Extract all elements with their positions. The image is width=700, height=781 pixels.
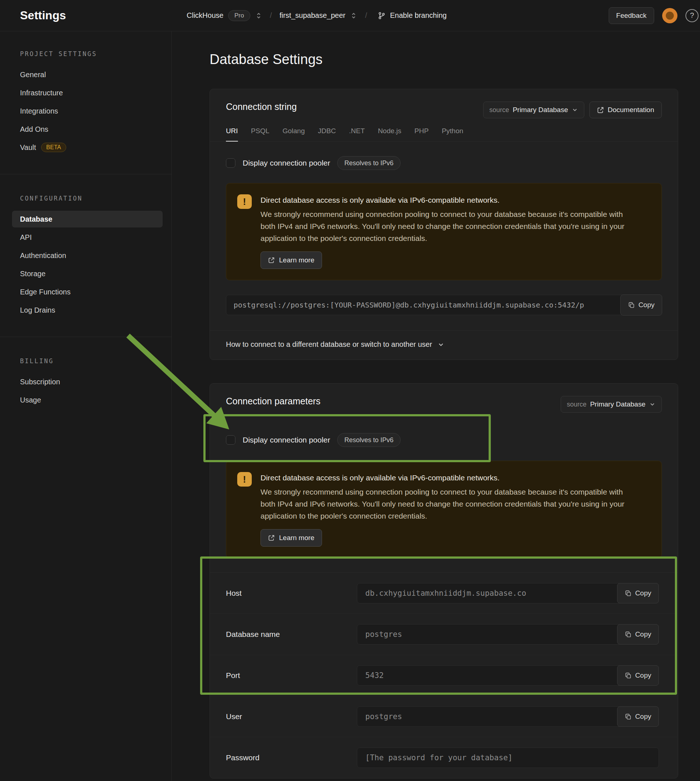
tab-python[interactable]: Python (442, 127, 463, 142)
main-content: Database Settings Connection string sour… (172, 31, 700, 781)
pooler-row: Display connection pooler Resolves to IP… (226, 433, 662, 447)
external-link-icon (597, 107, 604, 113)
connection-string-input[interactable]: postgresql://postgres:[YOUR-PASSWORD]@db… (226, 295, 662, 315)
sidebar-item-add-ons[interactable]: Add Ons (12, 121, 163, 138)
sidebar-item-log-drains[interactable]: Log Drains (12, 302, 163, 319)
sidebar-item-storage[interactable]: Storage (12, 265, 163, 282)
documentation-button[interactable]: Documentation (589, 102, 662, 118)
breadcrumb: ClickHouse Pro / first_supabase_peer / E… (172, 10, 447, 21)
sidebar-item-integrations[interactable]: Integrations (12, 103, 163, 119)
sidebar-divider (0, 174, 172, 174)
connect-help-toggle[interactable]: How to connect to a different database o… (210, 330, 678, 360)
sidebar-item-authentication[interactable]: Authentication (12, 247, 163, 264)
sidebar-item-subscription[interactable]: Subscription (12, 374, 163, 390)
tab-uri[interactable]: URI (226, 127, 238, 142)
plan-badge: Pro (228, 10, 250, 21)
connection-string-card: Connection string source Primary Databas… (210, 89, 678, 360)
chevron-down-icon (572, 107, 578, 113)
param-row-database-name: Database name postgres Copy (210, 614, 678, 655)
copy-button[interactable]: Copy (617, 624, 659, 644)
source-select[interactable]: source Primary Database (483, 102, 584, 118)
ipv6-warning: ! Direct database access is only availab… (226, 183, 662, 280)
tab-nodejs[interactable]: Node.js (378, 127, 401, 142)
feedback-button[interactable]: Feedback (609, 7, 654, 24)
sidebar-divider (0, 337, 172, 337)
copy-button[interactable]: Copy (620, 294, 662, 315)
copy-label: Copy (638, 301, 655, 309)
connection-string-tabs: URI PSQL Golang JDBC .NET Node.js PHP Py… (210, 118, 678, 142)
display-connection-pooler-checkbox[interactable] (226, 435, 235, 445)
enable-branching-button[interactable]: Enable branching (375, 11, 447, 20)
warning-body: We strongly recommend using connection p… (260, 486, 639, 522)
sidebar-item-database[interactable]: Database (12, 211, 163, 227)
org-avatar[interactable] (662, 8, 677, 23)
host-input[interactable]: db.cxhygiuitamxhniiddjm.supabase.co Copy (357, 583, 659, 603)
copy-label: Copy (635, 630, 651, 638)
app-root: Settings ClickHouse Pro / first_supabase… (0, 0, 700, 781)
learn-more-button[interactable]: Learn more (260, 252, 322, 269)
display-connection-pooler-checkbox[interactable] (226, 158, 235, 168)
copy-icon (625, 631, 632, 638)
user-input[interactable]: postgres Copy (357, 706, 659, 727)
param-row-host: Host db.cxhygiuitamxhniiddjm.supabase.co… (210, 573, 678, 614)
copy-button[interactable]: Copy (617, 665, 659, 686)
source-select[interactable]: source Primary Database (561, 396, 662, 413)
sidebar-item-vault[interactable]: Vault BETA (12, 139, 163, 156)
tab-psql[interactable]: PSQL (251, 127, 270, 142)
copy-icon (625, 590, 632, 597)
learn-more-label: Learn more (279, 534, 314, 542)
sidebar-item-infrastructure[interactable]: Infrastructure (12, 84, 163, 101)
connection-parameter-rows: Host db.cxhygiuitamxhniiddjm.supabase.co… (210, 572, 678, 778)
connection-string-value: postgresql://postgres:[YOUR-PASSWORD]@db… (233, 300, 584, 309)
copy-button[interactable]: Copy (617, 583, 659, 603)
documentation-label: Documentation (608, 106, 654, 114)
param-value: 5432 (365, 671, 384, 680)
tab-golang[interactable]: Golang (282, 127, 305, 142)
tab-php[interactable]: PHP (414, 127, 428, 142)
port-input[interactable]: 5432 Copy (357, 665, 659, 686)
pooler-label: Display connection pooler (243, 436, 330, 444)
resolves-ipv6-badge: Resolves to IPv6 (337, 433, 400, 447)
learn-more-button[interactable]: Learn more (260, 529, 322, 547)
param-value: postgres (365, 630, 402, 639)
sidebar-section-billing: BILLING Subscription Usage (0, 357, 172, 408)
param-value: postgres (365, 712, 402, 721)
param-row-password: Password (210, 737, 678, 778)
ipv6-warning: ! Direct database access is only availab… (226, 461, 662, 558)
connection-string-row: postgresql://postgres:[YOUR-PASSWORD]@db… (226, 295, 662, 315)
copy-icon (628, 302, 635, 309)
org-switcher-icon[interactable] (255, 12, 262, 19)
warning-title: Direct database access is only available… (260, 194, 639, 206)
tab-dotnet[interactable]: .NET (349, 127, 365, 142)
param-label: Port (226, 671, 357, 680)
sidebar-item-usage[interactable]: Usage (12, 392, 163, 408)
project-switcher-icon[interactable] (350, 12, 357, 19)
source-label: source (567, 401, 587, 408)
password-input-wrap (357, 748, 659, 768)
enable-branching-label: Enable branching (390, 11, 447, 20)
copy-button[interactable]: Copy (617, 706, 659, 727)
sidebar-item-edge-functions[interactable]: Edge Functions (12, 284, 163, 300)
warning-body: We strongly recommend using connection p… (260, 208, 639, 244)
copy-label: Copy (635, 589, 651, 597)
param-label: User (226, 712, 357, 721)
top-bar-actions: Feedback ? (609, 7, 700, 24)
sidebar-item-general[interactable]: General (12, 66, 163, 83)
connection-parameters-card: Connection parameters source Primary Dat… (210, 383, 678, 778)
database-name-input[interactable]: postgres Copy (357, 624, 659, 644)
breadcrumb-project[interactable]: first_supabase_peer (279, 11, 345, 20)
warning-title: Direct database access is only available… (260, 472, 639, 484)
help-icon[interactable]: ? (685, 9, 698, 22)
learn-more-label: Learn more (279, 256, 314, 264)
breadcrumb-separator: / (267, 11, 275, 20)
breadcrumb-org[interactable]: ClickHouse (187, 11, 223, 20)
top-bar: Settings ClickHouse Pro / first_supabase… (0, 0, 700, 31)
resolves-ipv6-badge: Resolves to IPv6 (337, 156, 400, 170)
copy-label: Copy (635, 671, 651, 679)
sidebar-item-api[interactable]: API (12, 229, 163, 246)
settings-header: Settings (0, 9, 172, 22)
external-link-icon (268, 535, 275, 541)
tab-jdbc[interactable]: JDBC (318, 127, 336, 142)
param-label: Database name (226, 630, 357, 639)
password-input[interactable] (365, 753, 650, 762)
